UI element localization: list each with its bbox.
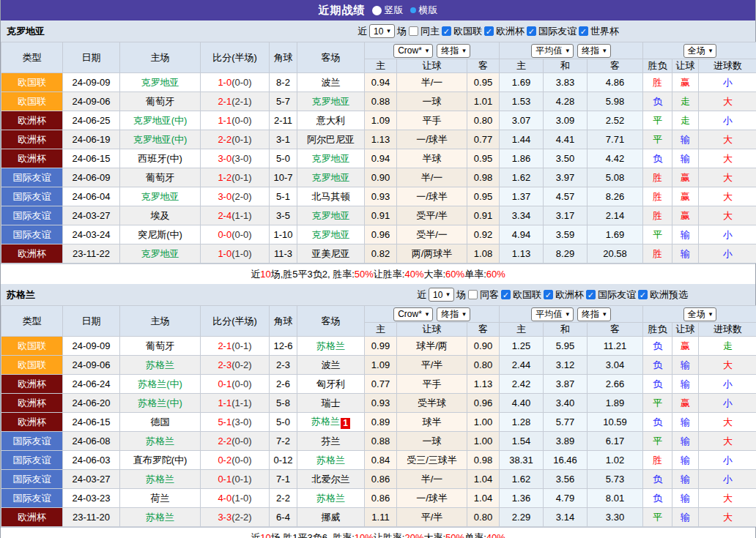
match-row: 欧国联24-09-06苏格兰2-3(0-2)2-3波兰1.09平/半0.802.… <box>1 356 756 375</box>
average-time-select[interactable]: 终指▾ <box>577 307 611 321</box>
team-section-1: 克罗地亚近10▾场同主✓欧国联✓欧洲杯✓国际友谊✓世界杯类型日期主场比分(半场)… <box>1 20 755 284</box>
average-odds-group: 平均值▾终指▾ <box>500 42 643 59</box>
chevron-down-icon: ▾ <box>426 48 429 54</box>
col-date: 日期 <box>63 306 120 337</box>
date-cell: 23-11-20 <box>63 508 120 527</box>
date-cell: 24-03-27 <box>63 206 120 225</box>
full-match-select-value: 全场 <box>688 45 705 57</box>
col-away: 客场 <box>297 306 365 337</box>
win-loss-cell: 负 <box>643 375 672 394</box>
avg-away-odds-cell: 4.42 <box>588 149 643 168</box>
goals-result-cell: 大 <box>699 508 756 527</box>
goals-result-cell: 小 <box>699 244 756 264</box>
avg-home-odds-cell: 4.40 <box>500 394 544 413</box>
match-count-select-value: 10 <box>433 290 442 300</box>
avg-draw-odds-cell: 16.46 <box>544 451 588 470</box>
competition-label: 欧洲杯 <box>496 25 525 38</box>
win-loss-cell: 负 <box>643 489 672 508</box>
chevron-down-icon: ▾ <box>462 48 466 54</box>
competition-checkbox[interactable]: ✓ <box>586 290 596 299</box>
away-team-cell: 克罗地亚 <box>297 168 365 187</box>
crow-home-odds-cell: 0.94 <box>365 149 397 168</box>
competition-type-cell: 欧洲杯 <box>1 413 63 432</box>
average-time-select[interactable]: 终指▾ <box>577 44 611 58</box>
crow-away-odds-cell: 0.98 <box>467 168 500 187</box>
away-team-name: 苏格兰 <box>316 493 345 504</box>
average-select[interactable]: 平均值▾ <box>531 44 574 58</box>
col-score: 比分(半场) <box>201 42 270 73</box>
competition-checkbox[interactable]: ✓ <box>484 26 494 36</box>
corner-cell: 11-3 <box>270 244 297 264</box>
away-team-name: 波兰 <box>322 77 341 88</box>
crow-away-odds-cell: 0.96 <box>467 394 500 413</box>
crow-handicap-cell: 半/一 <box>397 73 467 92</box>
home-team-cell: 苏格兰 <box>120 356 201 375</box>
result-group: 全场▾ <box>643 42 756 59</box>
fulltime-score: 4-0 <box>218 493 231 504</box>
corner-cell: 5-0 <box>270 149 297 168</box>
match-row: 欧洲杯23-11-22克罗地亚1-0(1-0)11-3亚美尼亚0.82两/两球半… <box>1 244 756 264</box>
odds-time-select[interactable]: 终指▾ <box>437 44 470 58</box>
avg-away-odds-cell: 3.04 <box>588 356 643 375</box>
average-select[interactable]: 平均值▾ <box>531 307 574 321</box>
fulltime-score: 2-2 <box>218 436 231 447</box>
crow-away-odds-cell: 0.98 <box>467 451 500 470</box>
summary-segment: 单率: <box>464 268 486 281</box>
subcol-3: 主 <box>500 323 544 337</box>
competition-checkbox[interactable]: ✓ <box>527 26 536 36</box>
crow-home-odds-cell: 0.88 <box>365 432 397 451</box>
odds-company-select[interactable]: Crow*▾ <box>393 307 433 321</box>
fulltime-score: 3-0 <box>218 153 231 164</box>
match-count-select[interactable]: 10▾ <box>369 24 395 38</box>
same-venue-checkbox[interactable] <box>409 26 418 36</box>
home-team-cell: 苏格兰(中) <box>120 394 201 413</box>
corner-cell: 2-6 <box>270 375 297 394</box>
radio-vertical-icon[interactable] <box>372 6 382 15</box>
crow-handicap-cell: 受半/一 <box>397 225 467 244</box>
same-venue-checkbox[interactable] <box>468 290 478 299</box>
halftime-score: (0-1) <box>231 340 251 351</box>
fulltime-score: 3-0 <box>218 191 231 202</box>
full-match-select[interactable]: 全场▾ <box>683 44 717 58</box>
competition-type-cell: 欧国联 <box>1 337 63 356</box>
competition-checkbox[interactable]: ✓ <box>579 26 588 36</box>
layout-horizontal-option[interactable]: 横版 <box>410 4 438 17</box>
odds-time-select[interactable]: 终指▾ <box>437 307 470 321</box>
full-match-select[interactable]: 全场▾ <box>683 307 717 321</box>
avg-draw-odds-cell: 4.79 <box>544 489 588 508</box>
subcol-8: 进球数 <box>699 323 756 337</box>
competition-checkbox[interactable]: ✓ <box>442 26 451 36</box>
match-count-select[interactable]: 10▾ <box>429 288 454 302</box>
score-cell: 3-3(2-2) <box>201 508 270 527</box>
competition-type-cell: 欧洲杯 <box>1 111 63 130</box>
win-loss-cell: 负 <box>643 356 672 375</box>
handicap-result-cell: 赢 <box>672 206 699 225</box>
crow-handicap-cell: 一球 <box>397 92 467 111</box>
radio-horizontal-icon[interactable] <box>410 7 416 13</box>
crow-home-odds-cell: 0.96 <box>365 225 397 244</box>
layout-vertical-option[interactable]: 竖版 <box>372 4 404 17</box>
competition-checkbox[interactable]: ✓ <box>501 290 511 299</box>
odds-company-select[interactable]: Crow*▾ <box>393 44 433 58</box>
summary-segment: 10 <box>260 532 270 538</box>
competition-label: 国际友谊 <box>598 288 636 302</box>
home-team-cell: 葡萄牙 <box>120 168 201 187</box>
away-team-cell: 克罗地亚 <box>297 206 365 225</box>
handicap-result-cell: 赢 <box>672 337 699 356</box>
away-team-cell: 苏格兰 <box>297 451 365 470</box>
halftime-score: (2-1) <box>231 96 251 107</box>
score-cell: 0-0(0-0) <box>201 225 270 244</box>
chevron-down-icon: ▾ <box>387 28 390 34</box>
score-cell: 2-4(1-1) <box>201 206 270 225</box>
goals-result-cell: 小 <box>699 225 756 244</box>
crow-home-odds-cell: 1.11 <box>365 508 397 527</box>
crow-home-odds-cell: 0.99 <box>365 337 397 356</box>
goals-result-cell: 小 <box>699 451 756 470</box>
competition-checkbox[interactable]: ✓ <box>544 290 553 299</box>
corner-cell: 3-5 <box>270 206 297 225</box>
competition-checkbox[interactable]: ✓ <box>638 290 648 299</box>
subcol-2: 客 <box>467 59 500 73</box>
match-row: 国际友谊24-03-27苏格兰0-1(0-1)7-1北爱尔兰0.86半/一1.0… <box>1 470 756 489</box>
date-cell: 24-06-25 <box>63 111 120 130</box>
win-loss-cell: 负 <box>643 92 672 111</box>
